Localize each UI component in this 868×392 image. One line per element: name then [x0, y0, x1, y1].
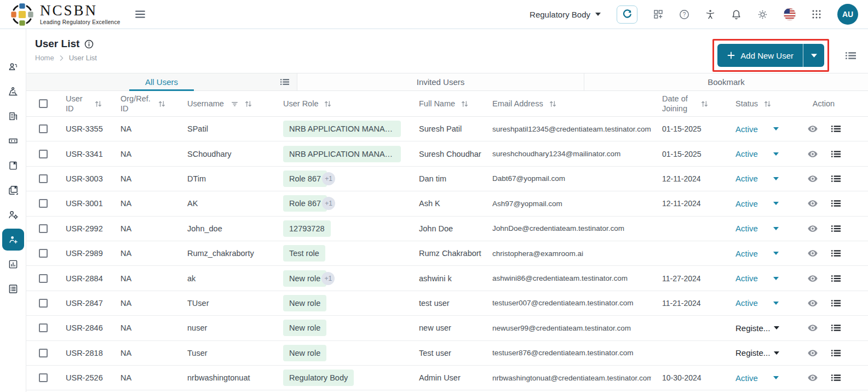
view-eye-icon[interactable] — [807, 298, 818, 309]
role-badge: 12793728 — [283, 220, 331, 237]
sort-icon[interactable] — [94, 100, 102, 108]
sort-icon[interactable] — [700, 100, 709, 108]
breadcrumb: Home User List — [35, 54, 97, 62]
tab-all-users[interactable]: All Users — [26, 73, 297, 90]
table-row: USR-3341 NA SChoudhary NRB APPLICATION M… — [26, 141, 868, 166]
language-us-flag-icon[interactable] — [784, 8, 796, 20]
select-all-checkbox[interactable] — [39, 99, 48, 108]
view-eye-icon[interactable] — [807, 273, 818, 284]
status-dropdown[interactable]: Active — [725, 149, 779, 158]
status-dropdown[interactable]: Active — [725, 274, 779, 283]
role-extra-badge[interactable]: +1 — [321, 272, 335, 285]
tab-list-icon[interactable] — [280, 78, 289, 86]
sort-icon[interactable] — [763, 100, 772, 108]
sort-icon[interactable] — [324, 100, 332, 108]
list-view-toggle-icon[interactable] — [846, 52, 856, 60]
row-menu-icon[interactable] — [831, 374, 841, 382]
status-dropdown[interactable]: Active — [725, 174, 779, 183]
sidebar-item-tickets[interactable] — [0, 128, 26, 153]
view-eye-icon[interactable] — [807, 223, 818, 234]
sidebar-item-forms[interactable] — [0, 276, 26, 301]
row-menu-icon[interactable] — [831, 225, 841, 232]
breadcrumb-home-link[interactable]: Home — [35, 54, 54, 62]
status-dropdown[interactable]: Active — [725, 124, 779, 134]
cell-username: Tuser — [176, 349, 272, 357]
org-selector-dropdown[interactable]: Regulatory Body — [530, 10, 601, 19]
row-menu-icon[interactable] — [831, 125, 841, 133]
row-checkbox[interactable] — [39, 299, 48, 308]
cell-action — [779, 348, 868, 359]
sidebar-item-user-settings[interactable] — [0, 202, 26, 227]
status-dropdown[interactable]: Active — [725, 249, 779, 258]
sidebar-item-add-user[interactable] — [0, 227, 26, 252]
app-launcher-icon[interactable] — [812, 9, 821, 19]
row-menu-icon[interactable] — [831, 349, 841, 357]
tab-label: Invited Users — [417, 77, 465, 87]
tab-bar: All Users Invited Users Bookmark — [26, 73, 868, 91]
add-new-user-dropdown-toggle[interactable] — [803, 44, 824, 67]
row-checkbox[interactable] — [39, 274, 48, 283]
hamburger-menu-icon[interactable] — [135, 9, 146, 20]
notifications-bell-icon[interactable] — [731, 9, 741, 20]
row-menu-icon[interactable] — [831, 150, 841, 158]
role-extra-badge[interactable]: +1 — [322, 197, 335, 210]
sidebar-item-bookmarks[interactable] — [0, 153, 26, 178]
sidebar-item-candidates[interactable] — [0, 54, 26, 79]
row-menu-icon[interactable] — [831, 324, 841, 332]
refresh-icon — [622, 9, 632, 19]
help-icon[interactable] — [679, 9, 689, 20]
ncsbn-globe-icon — [10, 2, 35, 27]
sidebar-item-library[interactable] — [0, 178, 26, 202]
row-checkbox[interactable] — [39, 349, 48, 357]
user-avatar[interactable]: AU — [837, 4, 858, 25]
sidebar-item-organization[interactable] — [0, 104, 26, 128]
cell-full-name: Dan tim — [408, 174, 481, 183]
view-eye-icon[interactable] — [807, 322, 818, 333]
tab-bookmark[interactable]: Bookmark — [584, 73, 868, 90]
refresh-button[interactable] — [617, 5, 637, 24]
view-eye-icon[interactable] — [807, 348, 818, 359]
row-checkbox[interactable] — [39, 199, 48, 208]
cell-org-ref-id: NA — [110, 199, 176, 208]
row-checkbox[interactable] — [39, 249, 48, 258]
row-menu-icon[interactable] — [831, 175, 841, 183]
view-eye-icon[interactable] — [807, 149, 818, 160]
row-checkbox[interactable] — [39, 150, 48, 158]
row-menu-icon[interactable] — [831, 249, 841, 257]
row-checkbox[interactable] — [39, 224, 48, 233]
status-dropdown[interactable]: Active — [725, 224, 779, 233]
row-menu-icon[interactable] — [831, 200, 841, 207]
info-icon[interactable] — [84, 39, 94, 49]
sort-icon[interactable] — [461, 100, 469, 108]
row-menu-icon[interactable] — [831, 299, 841, 307]
sort-icon[interactable] — [244, 100, 252, 108]
row-menu-icon[interactable] — [831, 275, 841, 282]
row-checkbox[interactable] — [39, 323, 48, 332]
status-dropdown[interactable]: Active — [725, 199, 779, 208]
status-dropdown[interactable]: Registe... — [725, 323, 779, 333]
settings-gear-icon[interactable] — [757, 9, 768, 20]
role-extra-badge[interactable]: +1 — [322, 172, 335, 185]
accessibility-icon[interactable] — [705, 9, 715, 19]
filter-icon[interactable] — [231, 100, 239, 108]
row-checkbox[interactable] — [39, 373, 48, 382]
view-eye-icon[interactable] — [807, 372, 818, 383]
sidebar-item-reports[interactable] — [0, 252, 26, 276]
status-dropdown[interactable]: Registe... — [725, 348, 779, 357]
sort-icon[interactable] — [549, 100, 557, 108]
status-dropdown[interactable]: Active — [725, 373, 779, 383]
cell-full-name: John Doe — [408, 224, 481, 233]
add-new-user-button[interactable]: Add New User — [717, 44, 803, 67]
sidebar-item-exams[interactable] — [0, 79, 26, 104]
sort-icon[interactable] — [158, 100, 166, 108]
status-dropdown[interactable]: Active — [725, 298, 779, 308]
tab-invited-users[interactable]: Invited Users — [297, 73, 584, 90]
dashboard-add-icon[interactable] — [653, 9, 663, 19]
row-checkbox[interactable] — [39, 124, 48, 133]
view-eye-icon[interactable] — [807, 173, 818, 184]
view-eye-icon[interactable] — [807, 123, 818, 134]
row-checkbox[interactable] — [39, 174, 48, 183]
cell-user-id: USR-3355 — [55, 124, 110, 133]
view-eye-icon[interactable] — [807, 248, 818, 259]
view-eye-icon[interactable] — [807, 198, 818, 209]
